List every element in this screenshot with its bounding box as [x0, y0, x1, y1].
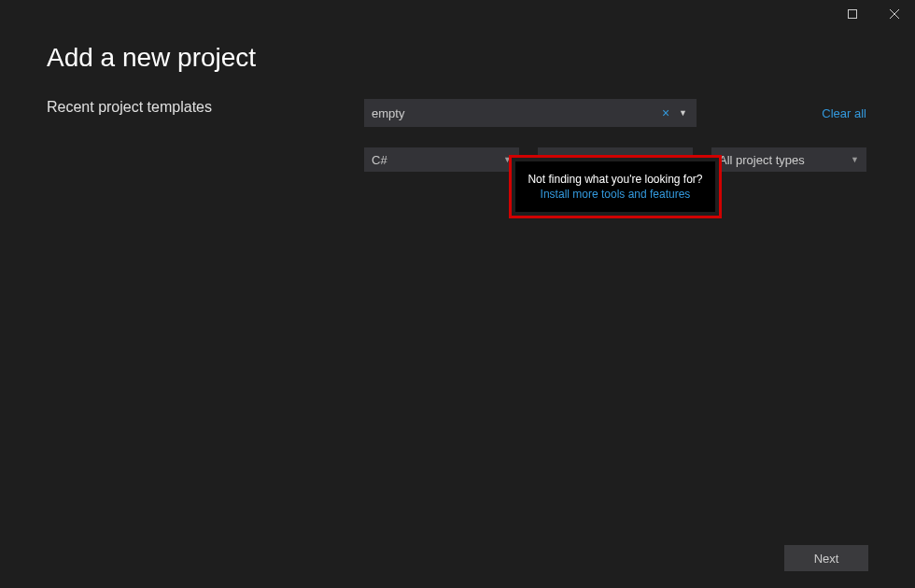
search-box[interactable]: × ▼: [364, 99, 697, 127]
maximize-icon: [848, 9, 857, 19]
recent-templates-header: Recent project templates: [47, 99, 364, 116]
search-input[interactable]: [372, 106, 658, 120]
maximize-button[interactable]: [831, 0, 873, 28]
install-tools-callout: Not finding what you're looking for? Ins…: [509, 155, 722, 218]
close-button[interactable]: [873, 0, 915, 28]
search-dropdown-icon[interactable]: ▼: [673, 108, 689, 118]
project-type-filter-label: All project types: [719, 153, 805, 167]
project-type-filter[interactable]: All project types ▼: [711, 147, 866, 172]
titlebar: [0, 0, 915, 28]
clear-all-link[interactable]: Clear all: [822, 106, 868, 120]
callout-text: Not finding what you're looking for?: [525, 173, 706, 186]
clear-search-icon[interactable]: ×: [658, 105, 673, 120]
chevron-down-icon: ▼: [851, 155, 859, 164]
page-title: Add a new project: [47, 43, 868, 73]
svg-rect-0: [848, 10, 856, 19]
language-filter-label: C#: [372, 153, 387, 167]
install-tools-link[interactable]: Install more tools and features: [525, 188, 706, 201]
language-filter[interactable]: C# ▼: [364, 147, 519, 172]
close-icon: [890, 9, 899, 19]
next-button[interactable]: Next: [784, 545, 868, 571]
